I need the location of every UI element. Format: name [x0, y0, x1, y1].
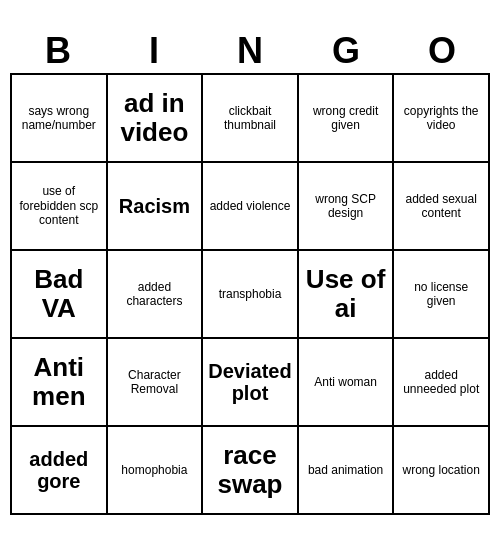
bingo-header: BINGO	[10, 29, 490, 73]
cell-text-2: clickbait thumbnail	[207, 104, 293, 133]
cell-text-10: Bad VA	[16, 265, 102, 322]
cell-text-22: race swap	[207, 441, 293, 498]
bingo-cell-24: wrong location	[394, 427, 490, 515]
cell-text-21: homophobia	[121, 463, 187, 477]
bingo-cell-2: clickbait thumbnail	[203, 75, 299, 163]
bingo-cell-7: added violence	[203, 163, 299, 251]
bingo-cell-9: added sexual content	[394, 163, 490, 251]
cell-text-8: wrong SCP design	[303, 192, 389, 221]
header-letter-b: B	[10, 29, 106, 73]
bingo-cell-11: added characters	[108, 251, 204, 339]
bingo-cell-17: Deviated plot	[203, 339, 299, 427]
bingo-cell-14: no license given	[394, 251, 490, 339]
bingo-cell-21: homophobia	[108, 427, 204, 515]
cell-text-19: added unneeded plot	[398, 368, 484, 397]
header-letter-i: I	[106, 29, 202, 73]
bingo-cell-13: Use of ai	[299, 251, 395, 339]
bingo-cell-5: use of forebidden scp content	[12, 163, 108, 251]
bingo-card: BINGO says wrong name/numberad in videoc…	[10, 29, 490, 515]
bingo-cell-12: transphobia	[203, 251, 299, 339]
bingo-cell-16: Character Removal	[108, 339, 204, 427]
bingo-cell-20: added gore	[12, 427, 108, 515]
cell-text-24: wrong location	[402, 463, 479, 477]
cell-text-1: ad in video	[112, 89, 198, 146]
cell-text-15: Anti men	[16, 353, 102, 410]
bingo-cell-8: wrong SCP design	[299, 163, 395, 251]
cell-text-14: no license given	[398, 280, 484, 309]
cell-text-12: transphobia	[219, 287, 282, 301]
bingo-cell-22: race swap	[203, 427, 299, 515]
bingo-cell-6: Racism	[108, 163, 204, 251]
cell-text-20: added gore	[16, 448, 102, 492]
cell-text-5: use of forebidden scp content	[16, 184, 102, 227]
bingo-cell-0: says wrong name/number	[12, 75, 108, 163]
cell-text-17: Deviated plot	[207, 360, 293, 404]
cell-text-23: bad animation	[308, 463, 383, 477]
cell-text-9: added sexual content	[398, 192, 484, 221]
cell-text-3: wrong credit given	[303, 104, 389, 133]
cell-text-18: Anti woman	[314, 375, 377, 389]
cell-text-16: Character Removal	[112, 368, 198, 397]
bingo-cell-3: wrong credit given	[299, 75, 395, 163]
bingo-cell-1: ad in video	[108, 75, 204, 163]
bingo-cell-23: bad animation	[299, 427, 395, 515]
bingo-cell-10: Bad VA	[12, 251, 108, 339]
header-letter-n: N	[202, 29, 298, 73]
bingo-cell-4: copyrights the video	[394, 75, 490, 163]
bingo-cell-19: added unneeded plot	[394, 339, 490, 427]
bingo-cell-18: Anti woman	[299, 339, 395, 427]
cell-text-6: Racism	[119, 195, 190, 217]
header-letter-o: O	[394, 29, 490, 73]
cell-text-4: copyrights the video	[398, 104, 484, 133]
bingo-cell-15: Anti men	[12, 339, 108, 427]
bingo-grid: says wrong name/numberad in videoclickba…	[10, 73, 490, 515]
header-letter-g: G	[298, 29, 394, 73]
cell-text-7: added violence	[210, 199, 291, 213]
cell-text-11: added characters	[112, 280, 198, 309]
cell-text-13: Use of ai	[303, 265, 389, 322]
cell-text-0: says wrong name/number	[16, 104, 102, 133]
